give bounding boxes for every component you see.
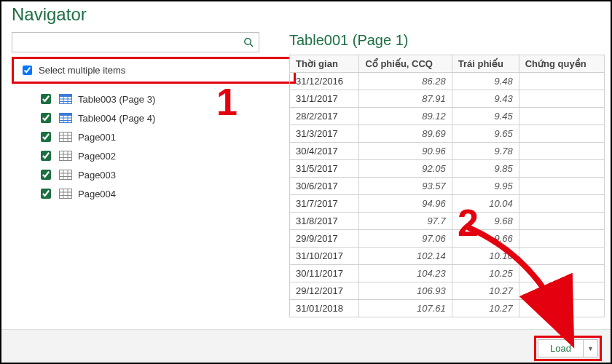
- table-row[interactable]: 31/7/201794.9610.04: [290, 195, 605, 213]
- table-cell: [519, 248, 604, 265]
- svg-point-0: [245, 39, 251, 44]
- table-row[interactable]: 31/12/201686.289.48: [290, 73, 605, 90]
- table-row[interactable]: 31/1/201787.919.43: [290, 90, 605, 108]
- page-icon: [59, 170, 72, 180]
- preview-pane: Table001 (Page 1) Thời gianCổ phiếu, CCQ…: [289, 32, 605, 317]
- table-cell: 92.05: [359, 160, 452, 178]
- table-cell: 90.96: [359, 143, 452, 160]
- svg-line-1: [250, 44, 253, 47]
- select-multiple-checkbox[interactable]: [23, 66, 32, 75]
- table-cell: [519, 73, 604, 90]
- table-cell: 97.06: [359, 230, 452, 248]
- tree-item-label: Page002: [78, 151, 116, 162]
- tree-item-checkbox[interactable]: [41, 113, 51, 123]
- table-cell: [519, 230, 604, 248]
- table-cell: 9.43: [452, 90, 519, 108]
- table-cell: 9.45: [452, 108, 519, 125]
- table-cell: [519, 178, 604, 195]
- table-cell: 10.27: [452, 282, 519, 300]
- table-cell: [519, 125, 604, 143]
- table-cell: 104.23: [359, 265, 452, 282]
- tree-item[interactable]: Page003: [38, 165, 274, 184]
- tree-item-checkbox[interactable]: [41, 151, 51, 161]
- table-row[interactable]: 31/10/2017102.1410.16: [290, 248, 605, 265]
- chevron-down-icon: ▼: [587, 345, 594, 352]
- tree-item[interactable]: Page004: [38, 184, 274, 203]
- svg-rect-24: [60, 170, 72, 180]
- select-multiple-items[interactable]: Select multiple items: [12, 57, 296, 84]
- table-cell: [519, 108, 604, 125]
- table-cell: [519, 282, 604, 300]
- tree-item-label: Page004: [78, 189, 116, 199]
- table-cell: [519, 160, 604, 178]
- svg-rect-9: [60, 114, 72, 116]
- table-cell: [519, 213, 604, 230]
- table-cell: 106.93: [359, 282, 452, 300]
- table-cell: 94.96: [359, 195, 452, 213]
- table-row[interactable]: 31/01/2018107.6110.27: [290, 300, 605, 317]
- tree-item-checkbox[interactable]: [41, 94, 51, 104]
- table-cell: 30/6/2017: [290, 178, 359, 195]
- tree-item-label: Page001: [78, 132, 116, 143]
- table-header-cell[interactable]: Thời gian: [290, 55, 359, 73]
- table-cell: 107.61: [359, 300, 452, 317]
- table-cell: 31/8/2017: [290, 213, 359, 230]
- table-cell: 10.25: [452, 265, 519, 282]
- window-title: Navigator: [12, 4, 87, 25]
- table-icon: [59, 113, 72, 123]
- table-row[interactable]: 30/6/201793.579.95: [290, 178, 605, 195]
- table-cell: 10.27: [452, 300, 519, 317]
- annotation-1: 1: [216, 83, 238, 121]
- table-cell: 102.14: [359, 248, 452, 265]
- table-row[interactable]: 30/4/201790.969.78: [290, 143, 605, 160]
- annotation-2: 2: [458, 204, 479, 242]
- table-row[interactable]: 29/12/2017106.9310.27: [290, 282, 605, 300]
- table-header-row: Thời gianCổ phiếu, CCQTrái phiếuChứng qu…: [290, 55, 605, 73]
- table-row[interactable]: 31/8/201797.79.68: [290, 213, 605, 230]
- table-cell: 31/5/2017: [290, 160, 359, 178]
- table-cell: 9.85: [452, 160, 519, 178]
- table-cell: 93.57: [359, 178, 452, 195]
- table-cell: 30/11/2017: [290, 265, 359, 282]
- table-cell: 31/12/2016: [290, 73, 359, 90]
- table-cell: [519, 265, 604, 282]
- table-header-cell[interactable]: Chứng quyền: [519, 55, 604, 73]
- tree-item-checkbox[interactable]: [41, 170, 51, 180]
- tree-item-checkbox[interactable]: [41, 132, 51, 142]
- load-dropdown[interactable]: ▼: [584, 339, 598, 357]
- table-row[interactable]: 31/5/201792.059.85: [290, 160, 605, 178]
- table-cell: [519, 90, 604, 108]
- table-cell: 89.12: [359, 108, 452, 125]
- search-input[interactable]: [17, 33, 243, 51]
- select-multiple-label: Select multiple items: [39, 65, 125, 76]
- tree-item[interactable]: Table003 (Page 3): [38, 90, 274, 108]
- table-header-cell[interactable]: Cổ phiếu, CCQ: [359, 55, 452, 73]
- tree-item-label: Table003 (Page 3): [78, 94, 155, 105]
- table-cell: 10.16: [452, 248, 519, 265]
- svg-rect-19: [60, 151, 72, 161]
- table-cell: 9.65: [452, 125, 519, 143]
- tree-item[interactable]: Page002: [38, 146, 274, 165]
- svg-rect-3: [60, 95, 72, 98]
- table-cell: 87.91: [359, 90, 452, 108]
- search-box[interactable]: [12, 32, 259, 52]
- preview-table: Thời gianCổ phiếu, CCQTrái phiếuChứng qu…: [289, 55, 605, 317]
- svg-rect-29: [60, 189, 72, 199]
- table-row[interactable]: 31/3/201789.699.65: [290, 125, 605, 143]
- table-header-cell[interactable]: Trái phiếu: [452, 55, 519, 73]
- table-cell: 30/4/2017: [290, 143, 359, 160]
- table-cell: 31/01/2018: [290, 300, 359, 317]
- footer-bar: Load ▼: [1, 329, 611, 363]
- table-row[interactable]: 30/11/2017104.2310.25: [290, 265, 605, 282]
- table-row[interactable]: 29/9/201797.069.66: [290, 230, 605, 248]
- tree-item-checkbox[interactable]: [41, 189, 51, 199]
- table-cell: [519, 143, 604, 160]
- tree-item[interactable]: Table004 (Page 4): [38, 108, 274, 127]
- load-button[interactable]: Load: [538, 339, 584, 357]
- table-row[interactable]: 28/2/201789.129.45: [290, 108, 605, 125]
- table-cell: 31/10/2017: [290, 248, 359, 265]
- table-cell: 86.28: [359, 73, 452, 90]
- table-cell: 29/9/2017: [290, 230, 359, 248]
- table-cell: 31/7/2017: [290, 195, 359, 213]
- tree-item[interactable]: Page001: [38, 127, 274, 146]
